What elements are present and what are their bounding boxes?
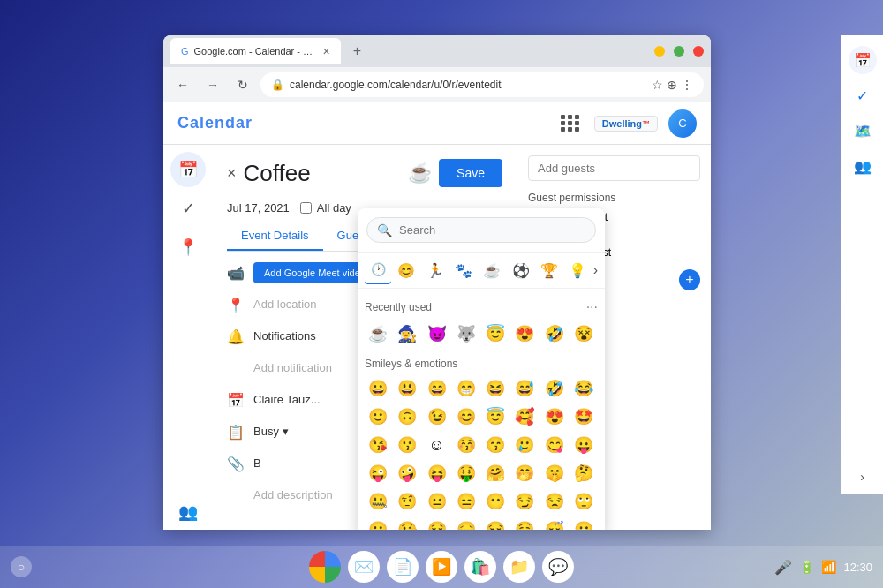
sidebar-map-icon[interactable]: 📍 — [170, 230, 206, 265]
emoji-search-input[interactable] — [366, 217, 596, 243]
sidebar-people-icon[interactable]: 👥 — [170, 494, 206, 530]
taskbar-gmail[interactable]: ✉️ — [348, 551, 380, 583]
close-window-button[interactable] — [693, 46, 704, 57]
minimize-button[interactable] — [654, 46, 665, 57]
emoji-item[interactable]: 😉 — [424, 403, 450, 430]
emoji-item[interactable]: 😂 — [570, 375, 597, 402]
emoji-cat-smileys[interactable]: 😊 — [393, 256, 419, 284]
launcher-button[interactable]: ○ — [11, 556, 32, 577]
emoji-item[interactable]: 😃 — [394, 375, 420, 402]
emoji-item[interactable]: 😛 — [570, 432, 597, 458]
emoji-cat-recent[interactable]: 🕐 — [365, 256, 391, 284]
emoji-item[interactable]: 😑 — [453, 488, 479, 515]
apps-grid-icon[interactable] — [557, 111, 584, 135]
emoji-item[interactable]: 😇 — [482, 320, 509, 347]
emoji-cat-symbols[interactable]: 💡 — [564, 256, 591, 284]
right-sidebar-contacts-icon[interactable]: 👥 — [849, 152, 877, 180]
emoji-item[interactable]: 😷 — [570, 516, 597, 530]
emoji-more-options[interactable]: ··· — [586, 299, 598, 315]
emoji-item[interactable]: 🙄 — [570, 488, 597, 515]
sidebar-calendar-icon[interactable]: 📅 — [170, 152, 206, 187]
emoji-item[interactable]: 😋 — [541, 432, 568, 458]
notification-field[interactable]: Notifications — [253, 326, 316, 347]
emoji-item[interactable]: 🤥 — [394, 516, 420, 530]
emoji-item[interactable]: 😍 — [511, 320, 538, 347]
busy-field[interactable]: Busy ▾ — [253, 421, 289, 442]
emoji-item[interactable]: 😍 — [541, 403, 568, 430]
emoji-item[interactable]: 🤑 — [453, 460, 479, 486]
tab-close-button[interactable]: × — [323, 44, 330, 58]
emoji-item[interactable]: 😝 — [424, 460, 450, 486]
right-sidebar-calendar-icon[interactable]: 📅 — [849, 46, 877, 74]
emoji-item[interactable]: 🤩 — [570, 403, 597, 430]
taskbar-chat[interactable]: 💬 — [542, 551, 574, 583]
emoji-item[interactable]: 🥲 — [511, 432, 538, 458]
emoji-item[interactable]: 😚 — [453, 432, 479, 458]
emoji-item[interactable]: 😏 — [511, 488, 538, 515]
emoji-cat-animals[interactable]: 🐾 — [450, 256, 477, 284]
emoji-item[interactable]: 🤔 — [570, 460, 597, 486]
emoji-item[interactable]: 😒 — [541, 488, 568, 515]
emoji-item[interactable]: 😬 — [365, 516, 391, 530]
emoji-item[interactable]: 😅 — [511, 375, 538, 402]
emoji-item[interactable]: 😁 — [453, 375, 479, 402]
mic-icon[interactable]: 🎤 — [774, 559, 792, 576]
emoji-item[interactable]: ☕ — [365, 320, 391, 347]
emoji-item[interactable]: 🤭 — [511, 460, 538, 486]
add-guest-plus-button[interactable]: + — [679, 269, 700, 290]
browser-tab[interactable]: G Google.com - Calendar - Event e... × — [170, 38, 341, 64]
emoji-item[interactable]: 😪 — [482, 516, 509, 530]
emoji-item[interactable]: 🧙‍♀️ — [394, 320, 420, 347]
emoji-item[interactable]: 😘 — [365, 432, 391, 458]
tab-event-details[interactable]: Event Details — [227, 222, 323, 251]
taskbar-docs[interactable]: 📄 — [387, 551, 419, 583]
allday-label[interactable]: All day — [300, 201, 351, 215]
emoji-item[interactable]: 😄 — [424, 375, 450, 402]
calendar-owner-field[interactable]: Claire Tauz... — [253, 389, 321, 411]
new-tab-button[interactable]: + — [346, 40, 368, 63]
emoji-item[interactable]: 🤤 — [511, 516, 538, 530]
emoji-item[interactable]: ☺️ — [424, 432, 450, 458]
emoji-item[interactable]: 😗 — [394, 432, 420, 458]
emoji-item[interactable]: 🤫 — [541, 460, 568, 486]
right-sidebar-expand-button[interactable]: › — [860, 470, 864, 494]
emoji-cat-food[interactable]: ☕ — [479, 256, 505, 284]
taskbar-play[interactable]: 🛍️ — [464, 551, 496, 583]
close-event-button[interactable]: × — [227, 164, 237, 183]
emoji-item[interactable]: 😆 — [482, 375, 509, 402]
emoji-item[interactable]: 😜 — [365, 460, 391, 486]
address-bar[interactable]: 🔒 calendar.google.com/calendar/u/0/r/eve… — [260, 72, 704, 97]
emoji-more-categories-button[interactable]: › — [593, 256, 598, 284]
refresh-button[interactable]: ↻ — [230, 72, 255, 97]
emoji-item[interactable]: 🤣 — [541, 375, 568, 402]
description-field[interactable]: B — [253, 453, 261, 474]
back-button[interactable]: ← — [170, 72, 195, 97]
sidebar-check-icon[interactable]: ✓ — [170, 191, 206, 226]
taskbar-chrome[interactable] — [309, 551, 341, 583]
emoji-item[interactable]: 😶 — [482, 488, 509, 515]
emoji-item[interactable]: 🐺 — [453, 320, 479, 347]
emoji-cat-activities[interactable]: ⚽ — [508, 256, 534, 284]
emoji-item[interactable]: 😔 — [453, 516, 479, 530]
save-button[interactable]: Save — [439, 159, 502, 187]
forward-button[interactable]: → — [200, 72, 225, 97]
add-description-text[interactable]: Add description — [253, 485, 333, 506]
maximize-button[interactable] — [674, 46, 684, 57]
emoji-item[interactable]: 😵 — [570, 320, 597, 347]
emoji-item[interactable]: 🤪 — [394, 460, 420, 486]
emoji-item[interactable]: 😀 — [365, 375, 391, 402]
user-avatar[interactable]: C — [668, 109, 697, 138]
add-notification-text[interactable]: Add notification — [253, 358, 332, 379]
emoji-item[interactable]: 😇 — [482, 403, 509, 430]
emoji-cat-objects[interactable]: 🏆 — [536, 256, 562, 284]
emoji-item[interactable]: 🤐 — [365, 488, 391, 515]
emoji-item[interactable]: 🤣 — [541, 320, 568, 347]
emoji-item[interactable]: 😐 — [424, 488, 450, 515]
emoji-item[interactable]: 😈 — [424, 320, 450, 347]
add-guests-input[interactable] — [528, 155, 700, 181]
allday-checkbox[interactable] — [300, 202, 312, 214]
taskbar-youtube[interactable]: ▶️ — [426, 551, 457, 583]
emoji-item[interactable]: 🤗 — [482, 460, 509, 486]
emoji-item[interactable]: 🥰 — [511, 403, 538, 430]
right-sidebar-tasks-icon[interactable]: ✓ — [849, 81, 877, 109]
